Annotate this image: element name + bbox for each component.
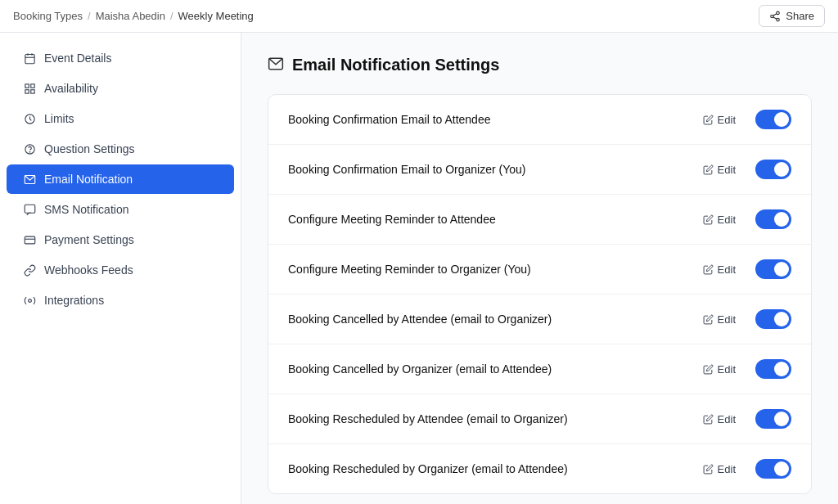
- notification-label-n8: Booking Rescheduled by Organizer (email …: [288, 462, 568, 475]
- breadcrumb-sep2: /: [170, 10, 173, 22]
- svg-rect-12: [30, 89, 34, 92]
- toggle-track: [755, 209, 791, 229]
- sidebar-item-limits[interactable]: Limits: [7, 104, 234, 133]
- row-actions-n7: Edit: [696, 409, 791, 429]
- notification-row-n7: Booking Rescheduled by Attendee (email t…: [268, 394, 811, 444]
- toggle-track: [755, 359, 791, 379]
- notification-row-n5: Booking Cancelled by Attendee (email to …: [268, 295, 811, 344]
- toggle-thumb: [774, 112, 789, 127]
- toggle-thumb: [774, 412, 789, 426]
- breadcrumb: Booking Types / Maisha Abedin / Weekly M…: [13, 10, 254, 22]
- toggle-thumb: [774, 212, 789, 227]
- sidebar-label-webhooks-feeds: Webhooks Feeds: [44, 263, 133, 277]
- edit-label: Edit: [718, 413, 736, 425]
- svg-rect-20: [25, 236, 35, 244]
- sidebar-item-question-settings[interactable]: Question Settings: [7, 134, 234, 164]
- integrations-icon: [23, 294, 36, 307]
- share-icon: [769, 11, 781, 22]
- edit-button-n4[interactable]: Edit: [696, 260, 742, 279]
- email-icon: [23, 173, 36, 186]
- toggle-n3[interactable]: [755, 209, 791, 229]
- edit-label: Edit: [718, 214, 736, 226]
- notification-row-n1: Booking Confirmation Email to Attendee E…: [268, 95, 811, 145]
- edit-label: Edit: [718, 164, 736, 176]
- toggle-track: [755, 459, 791, 479]
- toggle-track: [755, 309, 791, 329]
- sidebar-label-limits: Limits: [44, 112, 74, 125]
- toggle-n2[interactable]: [755, 160, 791, 179]
- toggle-thumb: [774, 162, 789, 177]
- main-layout: Event Details Availability Limits: [0, 33, 838, 504]
- edit-label: Edit: [718, 463, 736, 475]
- notification-row-n3: Configure Meeting Reminder to Attendee E…: [268, 195, 811, 245]
- row-actions-n3: Edit: [696, 209, 791, 229]
- content-header: Email Notification Settings: [268, 56, 812, 74]
- toggle-thumb: [774, 262, 789, 277]
- sidebar-label-email-notification: Email Notification: [44, 173, 133, 186]
- share-label: Share: [786, 10, 814, 22]
- toggle-thumb: [774, 312, 789, 326]
- edit-label: Edit: [718, 114, 736, 126]
- row-actions-n5: Edit: [696, 309, 791, 329]
- sidebar-item-webhooks-feeds[interactable]: Webhooks Feeds: [7, 255, 234, 285]
- edit-button-n2[interactable]: Edit: [696, 160, 742, 179]
- share-button[interactable]: Share: [759, 5, 825, 27]
- content-area: Email Notification Settings Booking Conf…: [241, 33, 838, 504]
- pencil-icon: [703, 364, 714, 375]
- sidebar-item-email-notification[interactable]: Email Notification: [7, 164, 234, 194]
- edit-button-n3[interactable]: Edit: [696, 210, 742, 229]
- toggle-thumb: [774, 362, 789, 376]
- notification-label-n6: Booking Cancelled by Organizer (email to…: [288, 362, 552, 376]
- sidebar-label-event-details: Event Details: [44, 52, 111, 65]
- edit-button-n8[interactable]: Edit: [696, 460, 742, 479]
- notification-label-n3: Configure Meeting Reminder to Attendee: [288, 213, 496, 226]
- pencil-icon: [703, 264, 714, 275]
- edit-button-n1[interactable]: Edit: [696, 110, 742, 129]
- breadcrumb-part1[interactable]: Booking Types: [13, 10, 83, 22]
- toggle-n8[interactable]: [755, 459, 791, 479]
- toggle-n1[interactable]: [755, 110, 791, 129]
- toggle-n5[interactable]: [755, 309, 791, 329]
- toggle-n6[interactable]: [755, 359, 791, 379]
- edit-label: Edit: [718, 363, 736, 376]
- sidebar-label-availability: Availability: [44, 82, 98, 95]
- svg-rect-10: [30, 83, 34, 87]
- svg-rect-5: [25, 54, 34, 63]
- sidebar-label-payment-settings: Payment Settings: [44, 233, 134, 246]
- row-actions-n2: Edit: [696, 160, 791, 179]
- breadcrumb-sep1: /: [88, 10, 91, 22]
- content-email-icon: [268, 56, 284, 74]
- sidebar: Event Details Availability Limits: [0, 33, 241, 504]
- notification-row-n4: Configure Meeting Reminder to Organizer …: [268, 245, 811, 295]
- edit-button-n7[interactable]: Edit: [696, 410, 742, 429]
- clock-icon: [23, 112, 36, 125]
- svg-rect-11: [25, 89, 28, 92]
- row-actions-n1: Edit: [696, 110, 791, 129]
- toggle-track: [755, 110, 791, 129]
- grid-icon: [23, 82, 36, 95]
- toggle-track: [755, 259, 791, 279]
- notification-label-n4: Configure Meeting Reminder to Organizer …: [288, 263, 531, 276]
- sidebar-item-integrations[interactable]: Integrations: [7, 286, 234, 315]
- content-title: Email Notification Settings: [292, 56, 499, 74]
- toggle-track: [755, 409, 791, 429]
- edit-button-n6[interactable]: Edit: [696, 360, 742, 379]
- sidebar-item-availability[interactable]: Availability: [7, 74, 234, 103]
- svg-rect-9: [25, 83, 28, 87]
- edit-button-n5[interactable]: Edit: [696, 310, 742, 329]
- sidebar-item-sms-notification[interactable]: SMS Notification: [7, 195, 234, 224]
- toggle-n4[interactable]: [755, 259, 791, 279]
- edit-label: Edit: [718, 263, 736, 276]
- sidebar-item-payment-settings[interactable]: Payment Settings: [7, 225, 234, 254]
- calendar-icon: [23, 52, 36, 65]
- toggle-thumb: [774, 461, 789, 476]
- breadcrumb-part2[interactable]: Maisha Abedin: [96, 10, 165, 22]
- svg-line-3: [773, 16, 777, 18]
- pencil-icon: [703, 164, 714, 175]
- sidebar-item-event-details[interactable]: Event Details: [7, 43, 234, 73]
- toggle-n7[interactable]: [755, 409, 791, 429]
- pencil-icon: [703, 214, 714, 225]
- pencil-icon: [703, 314, 714, 325]
- notification-label-n1: Booking Confirmation Email to Attendee: [288, 113, 490, 126]
- notification-label-n5: Booking Cancelled by Attendee (email to …: [288, 313, 552, 326]
